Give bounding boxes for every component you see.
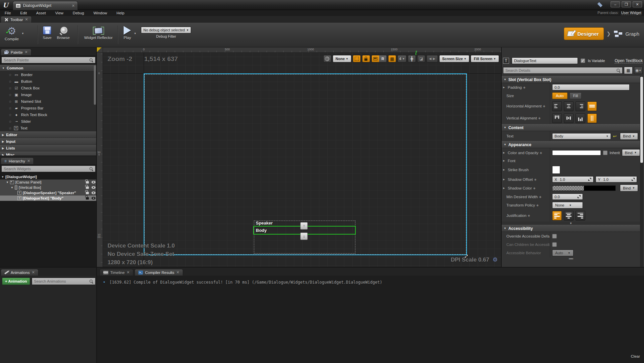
tree-row-canvas-panel[interactable]: ▼ [Canvas Panel] [0,179,97,185]
inherit-checkbox[interactable]: ✓ [603,150,608,155]
halign-fill-button[interactable] [587,101,597,111]
details-search-input[interactable]: Search Details [503,67,623,74]
grid-snap-toggle[interactable]: ▦ [388,55,396,62]
tree-row-vertical-box[interactable]: ▼ [Vertical Box] [0,185,97,190]
favorite-star-icon[interactable]: ☆ [9,73,12,77]
palette-item-border[interactable]: ☆▭Border [0,71,97,78]
valign-bottom-button[interactable] [576,113,585,123]
lock-icon[interactable] [86,192,89,194]
reset-to-default-icon[interactable]: ↩ [613,134,617,139]
design-canvas[interactable]: Zoom -2 1,514 x 637 None▼ R ▦ 4▼ ╋ ◪ ◄► … [103,53,502,268]
tree-row-dialoguetext-selected[interactable]: T [DialogueText] "Body" [0,196,97,201]
color-swatch[interactable] [552,150,601,155]
lock-icon[interactable] [86,181,89,184]
timeline-tab[interactable]: Timeline ✕ [100,269,133,276]
palette-tab[interactable]: Palette ✕ [1,49,31,55]
shadow-color-bind-button[interactable]: Bind▼ [620,185,638,192]
halign-left-button[interactable] [552,101,562,111]
add-animation-button[interactable]: + Animation [2,278,30,285]
text-value-input[interactable]: Body▼ [552,133,611,139]
palette-scrollbar[interactable] [94,65,96,105]
valign-fill-button[interactable] [587,113,597,123]
favorite-star-icon[interactable]: ☆ [9,80,12,83]
expander-icon[interactable]: ▶ [503,187,506,190]
palette-item-image[interactable]: ☆▣Image [0,91,97,98]
visibility-eye-icon[interactable] [92,192,96,194]
favorite-star-icon[interactable]: ☆ [9,93,12,97]
override-accessible-checkbox[interactable]: ✓ [552,234,557,239]
toolbar-tab[interactable]: Toolbar ✕ [1,16,32,23]
compiler-tab-close-icon[interactable]: ✕ [176,270,179,275]
lock-icon[interactable] [86,197,89,200]
expander-icon[interactable]: ▼ [11,186,13,189]
tree-row-dialoguespeaker[interactable]: T [DialogueSpeaker] "Speaker" [0,190,97,196]
move-widget-up-button[interactable]: ↑ [300,222,308,230]
dpi-settings-gear-icon[interactable]: ⚙ [493,256,498,263]
shadow-color-swatch[interactable] [552,186,616,191]
menu-debug[interactable]: Debug [68,11,89,15]
property-matrix-button[interactable]: ▦ [624,67,633,74]
animations-tab[interactable]: Animations ✕ [1,269,38,276]
respect-locks-toggle[interactable]: R [371,55,387,62]
menu-edit[interactable]: Edit [16,11,32,15]
is-variable-checkbox[interactable]: ✓ [581,58,585,63]
justify-center-button[interactable] [564,211,574,221]
favorite-star-icon[interactable]: ☆ [9,100,12,103]
close-button[interactable]: ✕ [633,1,642,7]
expander-icon[interactable]: ▶ [503,168,506,171]
show-outlines-toggle[interactable] [353,55,361,62]
tree-row-dialoguewidget[interactable]: ▼ [DialogueWidget] [0,174,97,179]
palette-item-text[interactable]: ☆TText [0,125,97,131]
shadow-offset-y-input[interactable]: Y1.0 [596,176,637,183]
can-children-accessible-checkbox[interactable]: ✓ [552,242,557,247]
palette-item-checkbox[interactable]: ☆☑Check Box [0,85,97,91]
favorite-star-icon[interactable]: ☆ [9,106,12,110]
palette-search-input[interactable]: Search Palette [1,57,96,63]
compile-button[interactable]: ⚙✓ Compile [2,25,21,42]
accessible-behavior-dropdown[interactable]: Auto▼ [552,250,574,256]
lock-widgets-toggle[interactable] [362,55,370,62]
palette-category-misc[interactable]: ▶Misc [0,151,97,155]
palette-category-input[interactable]: ▶Input [0,138,97,145]
drag-handle-icon[interactable] [578,195,581,198]
widget-name-input[interactable]: DialogueText [512,57,578,64]
flip-preview-button[interactable]: ◄► [427,55,438,62]
minimize-button[interactable]: – [611,1,620,7]
menu-window[interactable]: Window [89,11,112,15]
palette-item-named-slot[interactable]: ☆⊞Named Slot [0,98,97,105]
transform-mode-button[interactable]: ╋ [408,55,416,62]
palette-item-rich-text-block[interactable]: ☆◆Rich Text Block [0,111,97,118]
min-desired-width-input[interactable]: 0.0 [552,194,583,200]
fill-screen-dropdown[interactable]: Fill Screen▼ [471,55,499,62]
save-button[interactable]: Save [40,25,54,41]
strike-brush-swatch[interactable] [552,166,560,174]
compiler-log-entry[interactable]: • [1639.62] Compile of DialogueWidget su… [103,280,382,285]
favorite-star-icon[interactable]: ☆ [9,86,12,90]
hierarchy-tab-close-icon[interactable]: ✕ [27,159,30,163]
panel-divider[interactable] [0,267,644,268]
compiler-results-tab[interactable]: >_ Compiler Results ✕ [135,269,183,276]
valign-center-button[interactable] [564,113,574,123]
color-bind-button[interactable]: Bind▼ [622,149,640,156]
palette-tab-close-icon[interactable]: ✕ [25,50,28,54]
favorite-star-icon[interactable]: ☆ [9,113,12,117]
section-slot[interactable]: ▼Slot (Vertical Box Slot) [502,76,640,83]
halign-right-button[interactable] [576,101,585,111]
palette-category-lists[interactable]: ▶Lists [0,145,97,151]
drag-handle-icon[interactable] [632,178,635,181]
clear-log-button[interactable]: Clear [631,354,640,358]
palette-item-slider[interactable]: ☆╼Slider [0,118,97,125]
parent-class-link[interactable]: User Widget [621,11,641,15]
expander-icon[interactable]: ▼ [1,175,4,178]
padding-input[interactable]: 0.0 [552,84,630,90]
palette-category-common[interactable]: ▼ Common [0,65,97,71]
valign-top-button[interactable] [552,113,562,123]
move-widget-down-button[interactable]: ↓ [300,233,308,240]
lock-icon[interactable] [86,187,89,189]
preview-language-dropdown[interactable]: None▼ [333,55,351,62]
compile-options-caret-icon[interactable]: ▼ [21,32,24,35]
show-advanced-expander[interactable]: ▼ [502,222,640,225]
view-options-eye-button[interactable]: ◉ ▼ [634,67,643,74]
panel-divider[interactable] [501,47,502,268]
transform-policy-dropdown[interactable]: None▼ [552,202,583,209]
